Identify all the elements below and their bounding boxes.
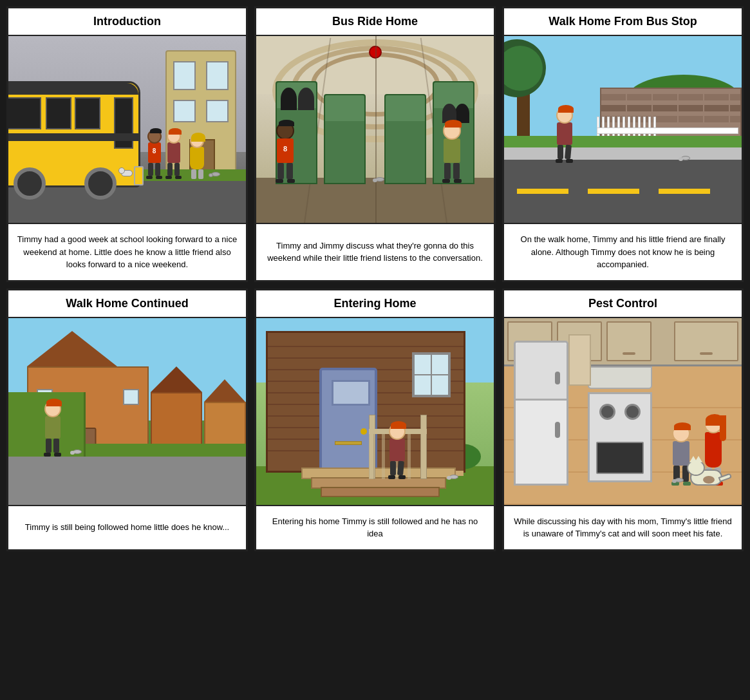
- cell-walk-home-image: [504, 36, 742, 223]
- cell-walk-home-caption: On the walk home, Timmy and his little f…: [504, 223, 742, 280]
- cell-walk-continued-caption: Timmy is still being followed home littl…: [8, 505, 246, 549]
- cell-intro: Introduction: [6, 6, 248, 282]
- cell-intro-caption: Timmy had a good week at school looking …: [8, 223, 246, 280]
- cell-walk-home: Walk Home From Bus Stop: [502, 6, 744, 282]
- storyboard: Introduction: [6, 6, 744, 577]
- cell-entering-home-caption: Entering his home Timmy is still followe…: [256, 505, 494, 549]
- cell-bus-ride-caption: Timmy and Jimmy discuss what they're gon…: [256, 223, 494, 280]
- cell-walk-home-title: Walk Home From Bus Stop: [504, 8, 742, 36]
- cell-walk-continued-title: Walk Home Continued: [8, 290, 246, 318]
- cell-pest-control-image: [504, 318, 742, 505]
- cell-walk-continued-image: [8, 318, 246, 505]
- cell-intro-image: 8: [8, 36, 246, 223]
- row-2: Walk Home Continued: [6, 289, 744, 551]
- cell-intro-title: Introduction: [8, 8, 246, 36]
- cell-pest-control-title: Pest Control: [504, 290, 742, 318]
- cell-entering-home-image: [256, 318, 494, 505]
- cell-pest-control-caption: While discussing his day with his mom, T…: [504, 505, 742, 549]
- row-1: Introduction: [6, 6, 744, 282]
- cell-walk-continued: Walk Home Continued: [6, 289, 248, 551]
- cell-bus-ride-title: Bus Ride Home: [256, 8, 494, 36]
- cell-entering-home: Entering Home: [254, 289, 496, 551]
- cell-bus-ride-image: 8: [256, 36, 494, 223]
- cell-entering-home-title: Entering Home: [256, 290, 494, 318]
- cell-pest-control: Pest Control: [502, 289, 744, 551]
- cell-bus-ride: Bus Ride Home: [254, 6, 496, 282]
